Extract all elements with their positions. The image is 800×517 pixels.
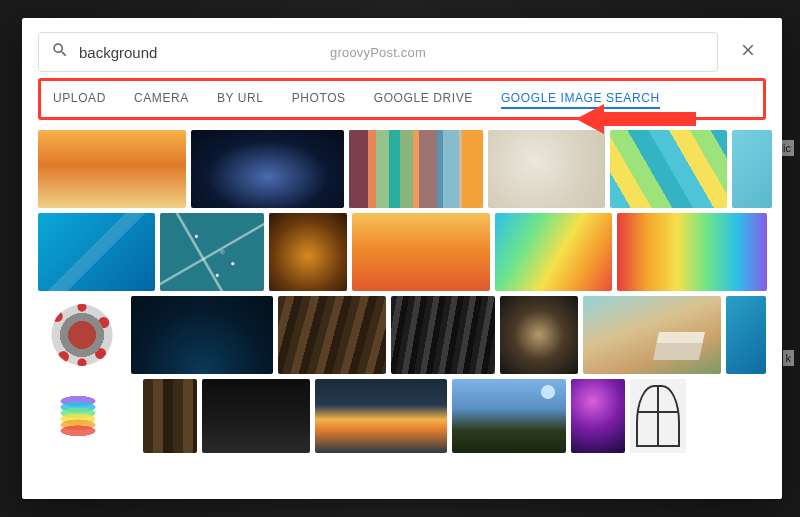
tab-google-drive[interactable]: GOOGLE DRIVE (374, 91, 473, 109)
result-thumb[interactable] (160, 213, 264, 291)
result-thumb[interactable] (315, 379, 447, 453)
insert-image-dialog: groovyPost.com UPLOAD CAMERA BY URL PHOT… (22, 18, 782, 499)
result-thumb[interactable] (38, 296, 126, 374)
results-row (38, 130, 766, 208)
result-thumb[interactable] (583, 296, 721, 374)
search-box[interactable]: groovyPost.com (38, 32, 718, 72)
result-thumb[interactable] (38, 379, 138, 453)
result-thumb[interactable] (488, 130, 605, 208)
search-input[interactable] (79, 44, 705, 61)
tab-by-url[interactable]: BY URL (217, 91, 264, 109)
tab-camera[interactable]: CAMERA (134, 91, 189, 109)
results-row (38, 296, 766, 374)
result-thumb[interactable] (391, 296, 495, 374)
result-thumb[interactable] (495, 213, 612, 291)
result-thumb[interactable] (452, 379, 566, 453)
search-row: groovyPost.com (22, 18, 782, 78)
search-icon (51, 41, 69, 63)
tab-upload[interactable]: UPLOAD (53, 91, 106, 109)
source-tabs-annotated: UPLOAD CAMERA BY URL PHOTOS GOOGLE DRIVE… (38, 78, 766, 120)
close-button[interactable] (730, 34, 766, 70)
result-thumb[interactable] (38, 130, 186, 208)
result-thumb[interactable] (352, 213, 490, 291)
results-row (38, 379, 766, 453)
result-thumb[interactable] (726, 296, 766, 374)
result-thumb[interactable] (617, 213, 767, 291)
results-row (38, 213, 766, 291)
close-icon (739, 41, 757, 63)
result-thumb[interactable] (191, 130, 344, 208)
result-thumb[interactable] (610, 130, 727, 208)
image-results-grid (22, 120, 782, 499)
result-thumb[interactable] (630, 379, 686, 453)
result-thumb[interactable] (143, 379, 197, 453)
result-thumb[interactable] (571, 379, 625, 453)
result-thumb[interactable] (500, 296, 578, 374)
tab-photos[interactable]: PHOTOS (292, 91, 346, 109)
result-thumb[interactable] (732, 130, 772, 208)
result-thumb[interactable] (269, 213, 347, 291)
result-thumb[interactable] (202, 379, 310, 453)
result-thumb[interactable] (38, 213, 155, 291)
result-thumb[interactable] (131, 296, 273, 374)
result-thumb[interactable] (349, 130, 483, 208)
bg-text-snippet: k (783, 350, 795, 366)
tabs-container: UPLOAD CAMERA BY URL PHOTOS GOOGLE DRIVE… (22, 78, 782, 120)
result-thumb[interactable] (278, 296, 386, 374)
tab-google-image-search[interactable]: GOOGLE IMAGE SEARCH (501, 91, 660, 109)
